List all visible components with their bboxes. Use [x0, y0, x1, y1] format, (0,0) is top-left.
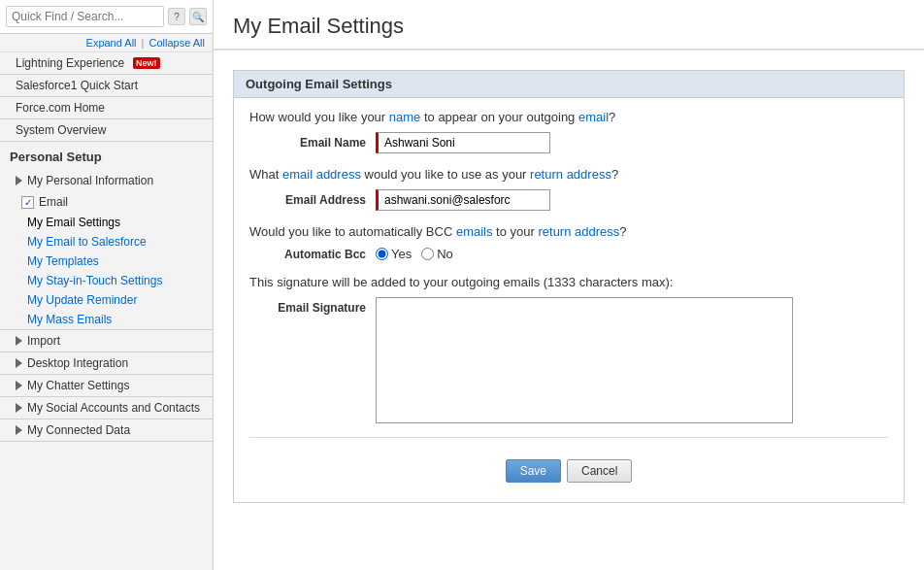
sidebar-item-forcecom[interactable]: Force.com Home: [0, 97, 213, 118]
sidebar-item-import[interactable]: Import: [0, 330, 213, 352]
return-address-link[interactable]: return address: [530, 167, 611, 182]
question-2: What email address would you like to use…: [249, 167, 888, 182]
signature-label: Email Signature: [249, 297, 376, 315]
triangle-icon: [16, 176, 22, 185]
auto-bcc-no-text: No: [437, 247, 453, 261]
search-input[interactable]: [6, 6, 164, 27]
sidebar-item-lightning[interactable]: Lightning Experience New!: [0, 52, 213, 74]
page-title: My Email Settings: [233, 14, 905, 39]
auto-bcc-yes-label[interactable]: Yes: [376, 247, 412, 261]
auto-bcc-yes-radio[interactable]: [376, 248, 388, 260]
sidebar-section-forcecom: Force.com Home: [0, 97, 213, 119]
sidebar-item-email[interactable]: ✓ Email: [6, 191, 213, 213]
search-icon[interactable]: 🔍: [189, 8, 207, 25]
button-row: Save Cancel: [249, 448, 888, 490]
page-header: My Email Settings: [214, 0, 924, 50]
sidebar-item-label: Lightning Experience: [16, 56, 124, 70]
sidebar-subitem-stay-in-touch[interactable]: My Stay-in-Touch Settings: [0, 271, 213, 290]
email-address-row: Email Address: [249, 189, 888, 211]
auto-bcc-radio-group: Yes No: [376, 247, 453, 261]
sidebar-section-salesforce1: Salesforce1 Quick Start: [0, 75, 213, 97]
expand-collapse-bar: Expand All | Collapse All: [0, 34, 213, 52]
sidebar-section-connected: My Connected Data: [0, 419, 213, 442]
email-name-label: Email Name: [249, 136, 376, 150]
return-address-link-2[interactable]: return address: [538, 224, 619, 239]
sidebar-item-label: My Connected Data: [27, 423, 130, 437]
sidebar-item-label: My Chatter Settings: [27, 379, 129, 392]
outgoing-email-section: Outgoing Email Settings How would you li…: [233, 70, 905, 503]
sidebar-item-social[interactable]: My Social Accounts and Contacts: [0, 397, 213, 419]
section-body: How would you like your name to appear o…: [234, 98, 904, 502]
sidebar-section-lightning: Lightning Experience New!: [0, 52, 213, 75]
sidebar-section-sysoverview: System Overview: [0, 119, 213, 142]
sidebar-section-import: Import: [0, 330, 213, 352]
triangle-icon: [16, 336, 22, 346]
sidebar-section-social: My Social Accounts and Contacts: [0, 397, 213, 419]
sidebar-item-label: Desktop Integration: [27, 356, 128, 370]
auto-bcc-yes-text: Yes: [391, 247, 412, 261]
triangle-icon: [16, 403, 22, 413]
sidebar-item-label: Email: [39, 195, 68, 209]
email-link-1[interactable]: email: [578, 110, 609, 124]
sidebar-title-personal[interactable]: Personal Setup: [0, 142, 213, 170]
sidebar-item-label: Salesforce1 Quick Start: [16, 79, 138, 92]
sidebar-section-desktop: Desktop Integration: [0, 352, 213, 375]
question-1: How would you like your name to appear o…: [249, 110, 888, 124]
triangle-icon: [16, 358, 22, 368]
sidebar-item-sysoverview[interactable]: System Overview: [0, 119, 213, 141]
auto-bcc-no-radio[interactable]: [421, 248, 434, 260]
auto-bcc-no-label[interactable]: No: [421, 247, 453, 261]
sidebar-subitem-templates[interactable]: My Templates: [0, 251, 213, 271]
save-button[interactable]: Save: [506, 459, 561, 483]
sidebar-item-salesforce1[interactable]: Salesforce1 Quick Start: [0, 75, 213, 96]
sidebar-item-desktop[interactable]: Desktop Integration: [0, 352, 213, 374]
email-address-label: Email Address: [249, 193, 376, 207]
content-area: Outgoing Email Settings How would you li…: [214, 50, 924, 513]
sidebar-subitem-my-email-settings[interactable]: My Email Settings: [0, 213, 213, 232]
email-address-input[interactable]: [376, 189, 550, 211]
emails-link[interactable]: emails: [456, 224, 493, 239]
new-badge: New!: [133, 57, 160, 69]
auto-bcc-row: Automatic Bcc Yes No: [249, 247, 888, 261]
section-header: Outgoing Email Settings: [234, 71, 904, 98]
sidebar-item-label: Import: [27, 334, 60, 348]
sidebar-item-chatter[interactable]: My Chatter Settings: [0, 375, 213, 396]
email-address-link[interactable]: email address: [282, 167, 361, 182]
email-name-row: Email Name: [249, 132, 888, 153]
question-4: This signature will be added to your out…: [249, 275, 888, 289]
collapse-all-link[interactable]: Collapse All: [149, 37, 205, 49]
auto-bcc-label: Automatic Bcc: [249, 248, 376, 261]
triangle-icon: [16, 381, 22, 390]
signature-textarea[interactable]: [376, 297, 793, 423]
main-content: My Email Settings Outgoing Email Setting…: [214, 0, 924, 570]
sidebar-item-personal-info[interactable]: My Personal Information: [0, 170, 213, 191]
sidebar-subitem-email-to-sf[interactable]: My Email to Salesforce: [0, 232, 213, 251]
checkbox-icon: ✓: [21, 196, 34, 209]
cancel-button[interactable]: Cancel: [567, 459, 632, 483]
divider: [249, 437, 888, 438]
help-icon[interactable]: ?: [168, 8, 185, 25]
signature-row: Email Signature: [249, 297, 888, 423]
sidebar-section-personal: Personal Setup My Personal Information ✓…: [0, 142, 213, 330]
sidebar: ? 🔍 Expand All | Collapse All Lightning …: [0, 0, 214, 570]
name-link[interactable]: name: [389, 110, 421, 124]
triangle-icon: [16, 425, 22, 435]
search-bar: ? 🔍: [0, 0, 213, 34]
expand-all-link[interactable]: Expand All: [86, 37, 137, 49]
sidebar-section-chatter: My Chatter Settings: [0, 375, 213, 397]
sidebar-item-label: Force.com Home: [16, 101, 105, 115]
sidebar-item-label: My Personal Information: [27, 174, 153, 187]
sidebar-subitem-update-reminder[interactable]: My Update Reminder: [0, 290, 213, 310]
sidebar-item-label: System Overview: [16, 123, 106, 137]
sidebar-subitem-mass-emails[interactable]: My Mass Emails: [0, 310, 213, 329]
sidebar-item-label: My Social Accounts and Contacts: [27, 401, 200, 415]
email-name-input[interactable]: [376, 132, 550, 153]
sidebar-item-connected[interactable]: My Connected Data: [0, 419, 213, 441]
question-3: Would you like to automatically BCC emai…: [249, 224, 888, 239]
